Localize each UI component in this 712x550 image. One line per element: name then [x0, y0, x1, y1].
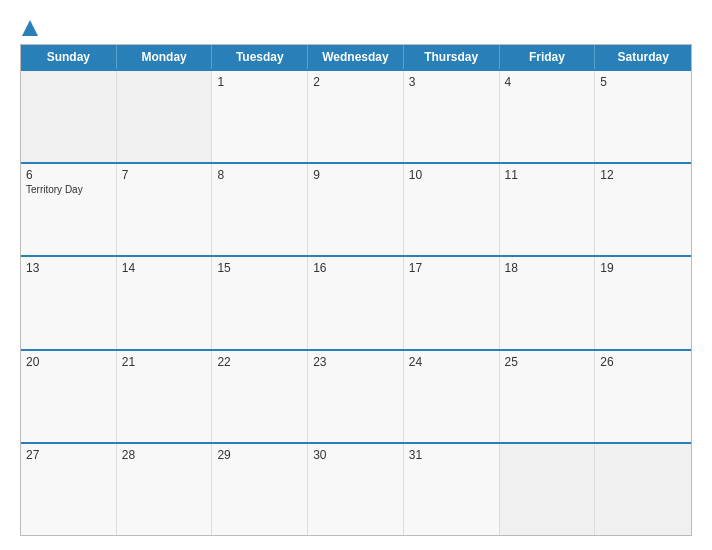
day-number: 14 [122, 261, 207, 275]
day-number: 31 [409, 448, 494, 462]
calendar-cell: 27 [21, 444, 117, 535]
calendar-cell: 4 [500, 71, 596, 162]
calendar-cell: 17 [404, 257, 500, 348]
calendar-cell: 23 [308, 351, 404, 442]
day-number: 13 [26, 261, 111, 275]
calendar-cell: 5 [595, 71, 691, 162]
day-number: 11 [505, 168, 590, 182]
day-number: 19 [600, 261, 686, 275]
day-number: 7 [122, 168, 207, 182]
logo [20, 18, 38, 36]
calendar: Sunday Monday Tuesday Wednesday Thursday… [20, 44, 692, 536]
day-number: 17 [409, 261, 494, 275]
day-number: 16 [313, 261, 398, 275]
day-number: 25 [505, 355, 590, 369]
calendar-page: Sunday Monday Tuesday Wednesday Thursday… [0, 0, 712, 550]
dow-tuesday: Tuesday [212, 45, 308, 69]
week-row-4: 20212223242526 [21, 349, 691, 442]
calendar-cell: 1 [212, 71, 308, 162]
day-number: 21 [122, 355, 207, 369]
calendar-cell: 28 [117, 444, 213, 535]
dow-saturday: Saturday [595, 45, 691, 69]
calendar-cell: 13 [21, 257, 117, 348]
calendar-cell: 31 [404, 444, 500, 535]
calendar-cell: 26 [595, 351, 691, 442]
event-label: Territory Day [26, 184, 111, 195]
calendar-cell: 25 [500, 351, 596, 442]
calendar-cell: 20 [21, 351, 117, 442]
day-number: 15 [217, 261, 302, 275]
day-number: 3 [409, 75, 494, 89]
day-number: 28 [122, 448, 207, 462]
svg-marker-0 [22, 20, 38, 36]
calendar-cell: 9 [308, 164, 404, 255]
dow-sunday: Sunday [21, 45, 117, 69]
calendar-cell: 29 [212, 444, 308, 535]
day-number: 6 [26, 168, 111, 182]
dow-wednesday: Wednesday [308, 45, 404, 69]
dow-monday: Monday [117, 45, 213, 69]
week-row-1: 12345 [21, 69, 691, 162]
day-number: 12 [600, 168, 686, 182]
calendar-cell: 21 [117, 351, 213, 442]
calendar-cell [117, 71, 213, 162]
dow-thursday: Thursday [404, 45, 500, 69]
day-number: 8 [217, 168, 302, 182]
calendar-cell [500, 444, 596, 535]
calendar-cell: 19 [595, 257, 691, 348]
calendar-cell [21, 71, 117, 162]
calendar-cell: 8 [212, 164, 308, 255]
day-number: 9 [313, 168, 398, 182]
day-number: 1 [217, 75, 302, 89]
calendar-cell: 16 [308, 257, 404, 348]
calendar-cell: 11 [500, 164, 596, 255]
day-number: 10 [409, 168, 494, 182]
calendar-cell: 22 [212, 351, 308, 442]
calendar-cell: 10 [404, 164, 500, 255]
calendar-cell: 2 [308, 71, 404, 162]
week-row-2: 6Territory Day789101112 [21, 162, 691, 255]
calendar-cell: 7 [117, 164, 213, 255]
week-row-5: 2728293031 [21, 442, 691, 535]
calendar-cell: 12 [595, 164, 691, 255]
calendar-cell: 3 [404, 71, 500, 162]
day-number: 27 [26, 448, 111, 462]
day-number: 18 [505, 261, 590, 275]
week-row-3: 13141516171819 [21, 255, 691, 348]
calendar-cell: 6Territory Day [21, 164, 117, 255]
calendar-cell: 24 [404, 351, 500, 442]
calendar-body: 123456Territory Day789101112131415161718… [21, 69, 691, 535]
dow-friday: Friday [500, 45, 596, 69]
page-header [20, 18, 692, 36]
logo-triangle-icon [22, 20, 38, 36]
day-number: 22 [217, 355, 302, 369]
calendar-cell: 30 [308, 444, 404, 535]
calendar-cell: 14 [117, 257, 213, 348]
day-number: 5 [600, 75, 686, 89]
day-number: 30 [313, 448, 398, 462]
day-number: 4 [505, 75, 590, 89]
day-number: 24 [409, 355, 494, 369]
day-number: 29 [217, 448, 302, 462]
calendar-cell: 18 [500, 257, 596, 348]
calendar-header: Sunday Monday Tuesday Wednesday Thursday… [21, 45, 691, 69]
day-number: 26 [600, 355, 686, 369]
day-number: 2 [313, 75, 398, 89]
day-number: 20 [26, 355, 111, 369]
calendar-cell: 15 [212, 257, 308, 348]
day-number: 23 [313, 355, 398, 369]
calendar-cell [595, 444, 691, 535]
